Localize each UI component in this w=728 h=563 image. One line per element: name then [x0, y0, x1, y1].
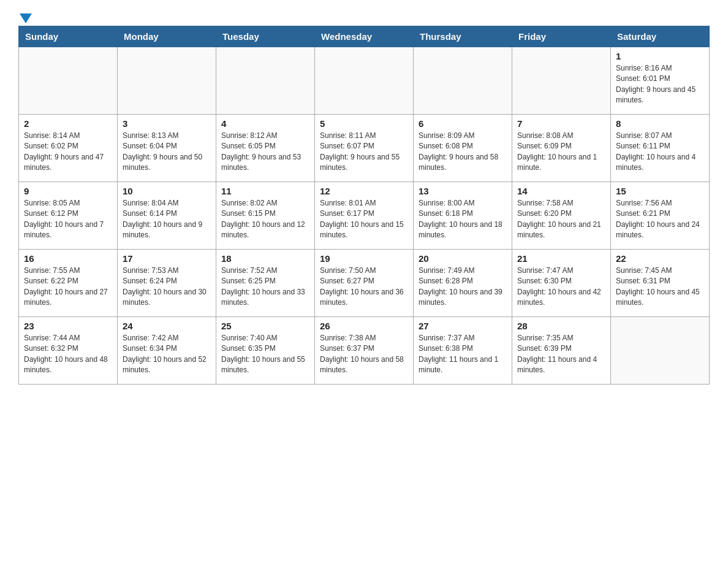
day-number: 7: [517, 118, 605, 129]
calendar-cell: 6Sunrise: 8:09 AM Sunset: 6:08 PM Daylig…: [414, 115, 512, 182]
day-number: 24: [123, 321, 211, 331]
calendar-cell: 19Sunrise: 7:50 AM Sunset: 6:27 PM Dayli…: [315, 250, 414, 317]
day-info: Sunrise: 7:53 AM Sunset: 6:24 PM Dayligh…: [123, 266, 211, 308]
day-number: 15: [616, 186, 704, 196]
calendar-cell: [315, 47, 414, 115]
day-info: Sunrise: 7:49 AM Sunset: 6:28 PM Dayligh…: [419, 266, 507, 308]
day-number: 17: [123, 253, 211, 264]
day-number: 3: [123, 118, 211, 129]
calendar-header-saturday: Saturday: [611, 26, 710, 47]
calendar-cell: 28Sunrise: 7:35 AM Sunset: 6:39 PM Dayli…: [512, 317, 611, 385]
day-number: 20: [419, 253, 507, 264]
day-number: 23: [24, 321, 112, 331]
calendar-cell: 3Sunrise: 8:13 AM Sunset: 6:04 PM Daylig…: [118, 115, 216, 182]
calendar-cell: 25Sunrise: 7:40 AM Sunset: 6:35 PM Dayli…: [216, 317, 315, 385]
calendar-cell: 2Sunrise: 8:14 AM Sunset: 6:02 PM Daylig…: [19, 115, 118, 182]
calendar-cell: [118, 47, 216, 115]
day-number: 28: [517, 321, 605, 331]
calendar-cell: [19, 47, 118, 115]
calendar-header-wednesday: Wednesday: [315, 26, 414, 47]
day-number: 25: [221, 321, 309, 331]
calendar-cell: 23Sunrise: 7:44 AM Sunset: 6:32 PM Dayli…: [19, 317, 118, 385]
calendar-cell: 20Sunrise: 7:49 AM Sunset: 6:28 PM Dayli…: [414, 250, 512, 317]
day-number: 26: [320, 321, 408, 331]
day-number: 19: [320, 253, 408, 264]
calendar-cell: 7Sunrise: 8:08 AM Sunset: 6:09 PM Daylig…: [512, 115, 611, 182]
calendar-header-row: SundayMondayTuesdayWednesdayThursdayFrid…: [19, 26, 710, 47]
day-number: 2: [24, 118, 112, 129]
day-info: Sunrise: 8:04 AM Sunset: 6:14 PM Dayligh…: [123, 198, 211, 241]
day-info: Sunrise: 7:38 AM Sunset: 6:37 PM Dayligh…: [320, 333, 408, 376]
day-info: Sunrise: 8:09 AM Sunset: 6:08 PM Dayligh…: [419, 131, 507, 174]
calendar-table: SundayMondayTuesdayWednesdayThursdayFrid…: [18, 26, 710, 385]
calendar-cell: 26Sunrise: 7:38 AM Sunset: 6:37 PM Dayli…: [315, 317, 414, 385]
calendar-cell: 15Sunrise: 7:56 AM Sunset: 6:21 PM Dayli…: [611, 182, 710, 250]
day-number: 5: [320, 118, 408, 129]
day-info: Sunrise: 7:44 AM Sunset: 6:32 PM Dayligh…: [24, 333, 112, 376]
day-info: Sunrise: 7:55 AM Sunset: 6:22 PM Dayligh…: [24, 266, 112, 308]
day-number: 22: [616, 253, 704, 264]
calendar-cell: [512, 47, 611, 115]
day-info: Sunrise: 7:50 AM Sunset: 6:27 PM Dayligh…: [320, 266, 408, 308]
day-info: Sunrise: 8:16 AM Sunset: 6:01 PM Dayligh…: [616, 63, 704, 106]
calendar-cell: [414, 47, 512, 115]
calendar-header-thursday: Thursday: [414, 26, 512, 47]
day-info: Sunrise: 7:35 AM Sunset: 6:39 PM Dayligh…: [517, 333, 605, 376]
day-info: Sunrise: 8:14 AM Sunset: 6:02 PM Dayligh…: [24, 131, 112, 174]
calendar-header-friday: Friday: [512, 26, 611, 47]
calendar-cell: 1Sunrise: 8:16 AM Sunset: 6:01 PM Daylig…: [611, 47, 710, 115]
day-number: 16: [24, 253, 112, 264]
calendar-week-row: 1Sunrise: 8:16 AM Sunset: 6:01 PM Daylig…: [19, 47, 710, 115]
day-info: Sunrise: 8:12 AM Sunset: 6:05 PM Dayligh…: [221, 131, 309, 174]
day-info: Sunrise: 7:42 AM Sunset: 6:34 PM Dayligh…: [123, 333, 211, 376]
calendar-cell: 11Sunrise: 8:02 AM Sunset: 6:15 PM Dayli…: [216, 182, 315, 250]
day-number: 11: [221, 186, 309, 196]
day-info: Sunrise: 7:37 AM Sunset: 6:38 PM Dayligh…: [419, 333, 507, 376]
calendar-cell: 14Sunrise: 7:58 AM Sunset: 6:20 PM Dayli…: [512, 182, 611, 250]
calendar-cell: 17Sunrise: 7:53 AM Sunset: 6:24 PM Dayli…: [118, 250, 216, 317]
day-info: Sunrise: 8:07 AM Sunset: 6:11 PM Dayligh…: [616, 131, 704, 174]
day-number: 18: [221, 253, 309, 264]
day-number: 13: [419, 186, 507, 196]
day-info: Sunrise: 8:11 AM Sunset: 6:07 PM Dayligh…: [320, 131, 408, 174]
calendar-cell: 13Sunrise: 8:00 AM Sunset: 6:18 PM Dayli…: [414, 182, 512, 250]
calendar-week-row: 23Sunrise: 7:44 AM Sunset: 6:32 PM Dayli…: [19, 317, 710, 385]
day-number: 27: [419, 321, 507, 331]
calendar-cell: [216, 47, 315, 115]
day-number: 6: [419, 118, 507, 129]
calendar-header-sunday: Sunday: [19, 26, 118, 47]
calendar-cell: [611, 317, 710, 385]
day-number: 9: [24, 186, 112, 196]
calendar-cell: 24Sunrise: 7:42 AM Sunset: 6:34 PM Dayli…: [118, 317, 216, 385]
day-number: 1: [616, 51, 704, 61]
calendar-week-row: 9Sunrise: 8:05 AM Sunset: 6:12 PM Daylig…: [19, 182, 710, 250]
calendar-cell: 4Sunrise: 8:12 AM Sunset: 6:05 PM Daylig…: [216, 115, 315, 182]
day-info: Sunrise: 7:47 AM Sunset: 6:30 PM Dayligh…: [517, 266, 605, 308]
logo: [18, 12, 32, 20]
day-info: Sunrise: 8:08 AM Sunset: 6:09 PM Dayligh…: [517, 131, 605, 174]
calendar-cell: 18Sunrise: 7:52 AM Sunset: 6:25 PM Dayli…: [216, 250, 315, 317]
calendar-cell: 16Sunrise: 7:55 AM Sunset: 6:22 PM Dayli…: [19, 250, 118, 317]
calendar-cell: 12Sunrise: 8:01 AM Sunset: 6:17 PM Dayli…: [315, 182, 414, 250]
day-number: 10: [123, 186, 211, 196]
calendar-cell: 21Sunrise: 7:47 AM Sunset: 6:30 PM Dayli…: [512, 250, 611, 317]
day-info: Sunrise: 7:40 AM Sunset: 6:35 PM Dayligh…: [221, 333, 309, 376]
calendar-header-monday: Monday: [118, 26, 216, 47]
day-number: 4: [221, 118, 309, 129]
page-header: [18, 12, 710, 20]
calendar-cell: 10Sunrise: 8:04 AM Sunset: 6:14 PM Dayli…: [118, 182, 216, 250]
day-number: 12: [320, 186, 408, 196]
day-info: Sunrise: 7:58 AM Sunset: 6:20 PM Dayligh…: [517, 198, 605, 241]
calendar-cell: 27Sunrise: 7:37 AM Sunset: 6:38 PM Dayli…: [414, 317, 512, 385]
calendar-cell: 22Sunrise: 7:45 AM Sunset: 6:31 PM Dayli…: [611, 250, 710, 317]
calendar-cell: 8Sunrise: 8:07 AM Sunset: 6:11 PM Daylig…: [611, 115, 710, 182]
day-number: 8: [616, 118, 704, 129]
day-info: Sunrise: 8:02 AM Sunset: 6:15 PM Dayligh…: [221, 198, 309, 241]
calendar-week-row: 2Sunrise: 8:14 AM Sunset: 6:02 PM Daylig…: [19, 115, 710, 182]
day-info: Sunrise: 8:00 AM Sunset: 6:18 PM Dayligh…: [419, 198, 507, 241]
day-info: Sunrise: 7:52 AM Sunset: 6:25 PM Dayligh…: [221, 266, 309, 308]
day-number: 21: [517, 253, 605, 264]
day-info: Sunrise: 8:05 AM Sunset: 6:12 PM Dayligh…: [24, 198, 112, 241]
day-info: Sunrise: 8:01 AM Sunset: 6:17 PM Dayligh…: [320, 198, 408, 241]
calendar-header-tuesday: Tuesday: [216, 26, 315, 47]
